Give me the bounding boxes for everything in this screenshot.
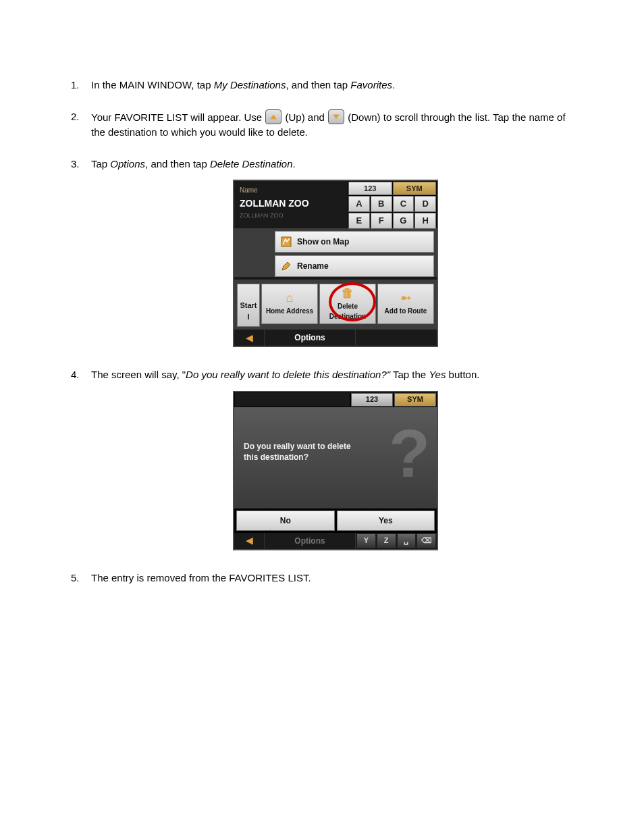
- dialog-buttons: No Yes: [234, 509, 437, 533]
- option-label: Rename: [297, 260, 329, 272]
- button-label-l1: Delete: [338, 301, 358, 311]
- step-5: 5. The entry is removed from the FAVORIT…: [71, 571, 580, 586]
- tab-spacer: [235, 393, 350, 407]
- step-number: 1.: [71, 78, 80, 93]
- button-row: Start I ⌂ Home Address 🗑 Delete Destinat…: [234, 280, 437, 330]
- key-123[interactable]: 123: [348, 182, 392, 195]
- mini-key-y[interactable]: Y: [356, 533, 376, 548]
- delete-destination-button[interactable]: 🗑 Delete Destination: [319, 284, 376, 324]
- step-text: (Up) and: [286, 111, 328, 123]
- step-number: 4.: [71, 367, 80, 383]
- device-options-menu: Name ZOLLMAN ZOO ZOLLMAN ZOO 123 SYM A B…: [233, 180, 438, 347]
- mini-keypad: Y Z ␣ ⌫: [356, 533, 437, 549]
- button-label: Home Address: [266, 306, 313, 316]
- step-text: In the MAIN WINDOW, tap: [91, 79, 214, 90]
- options-list: Show on Map Rename: [234, 228, 437, 277]
- option-label: Show on Map: [297, 236, 349, 248]
- device-tabs: 123 SYM: [234, 392, 437, 407]
- button-label: Add to Route: [385, 306, 427, 316]
- device-footer: ◀ Options: [234, 330, 437, 346]
- key-a[interactable]: A: [348, 196, 370, 212]
- step-italic: Delete Destination: [210, 158, 293, 170]
- step-2: 2. Your FAVORITE LIST will appear. Use (…: [71, 109, 580, 140]
- name-label: Name: [240, 185, 342, 195]
- arrow-down-icon: [328, 109, 344, 124]
- footer-spacer: [356, 330, 437, 346]
- step-number: 3.: [71, 157, 80, 172]
- step-text: The screen will say, ": [91, 369, 186, 380]
- step-text: , and then tap: [145, 158, 210, 170]
- step-3: 3. Tap Options, and then tap Delete Dest…: [71, 157, 580, 348]
- tab-123[interactable]: 123: [351, 393, 393, 407]
- dialog-body: ? Do you really want to delete this dest…: [234, 407, 437, 509]
- step-italic: Options: [110, 158, 145, 170]
- question-mark-icon: ?: [389, 419, 430, 487]
- name-area: Name ZOLLMAN ZOO ZOLLMAN ZOO: [234, 181, 348, 228]
- device-top-row: Name ZOLLMAN ZOO ZOLLMAN ZOO 123 SYM A B…: [234, 181, 437, 228]
- trash-icon: 🗑: [342, 287, 354, 299]
- name-ghost: ZOLLMAN ZOO: [240, 211, 342, 221]
- route-icon: ➸: [401, 292, 411, 304]
- step-text: The entry is removed from the FAVORITES …: [91, 572, 311, 583]
- step-number: 5.: [71, 571, 80, 586]
- pencil-icon: [281, 261, 292, 271]
- back-button[interactable]: ◀: [234, 330, 264, 346]
- start-label: Start I: [239, 300, 258, 322]
- no-button[interactable]: No: [236, 511, 335, 531]
- step-text: Tap: [91, 158, 110, 170]
- document-page: 1. In the MAIN WINDOW, tap My Destinatio…: [0, 0, 644, 834]
- add-to-route-button[interactable]: ➸ Add to Route: [377, 284, 434, 324]
- yes-button[interactable]: Yes: [337, 511, 435, 531]
- home-address-button[interactable]: ⌂ Home Address: [261, 284, 318, 324]
- mini-key-backspace[interactable]: ⌫: [417, 533, 436, 548]
- step-text: .: [293, 158, 296, 170]
- step-text: button.: [446, 369, 479, 380]
- key-c[interactable]: C: [393, 196, 414, 212]
- start-button[interactable]: Start I: [237, 284, 260, 327]
- step-italic: Favorites: [350, 79, 392, 90]
- step-4: 4. The screen will say, "Do you really w…: [71, 367, 580, 550]
- step-1: 1. In the MAIN WINDOW, tap My Destinatio…: [71, 78, 580, 93]
- footer-options-button[interactable]: Options: [264, 330, 356, 346]
- question-line-2: this destination?: [244, 452, 308, 462]
- option-show-on-map[interactable]: Show on Map: [275, 231, 434, 253]
- option-rename[interactable]: Rename: [275, 255, 434, 277]
- button-label-l2: Destination: [329, 311, 366, 321]
- question-line-1: Do you really want to delete: [244, 442, 351, 451]
- device-footer: ◀ Options Y Z ␣ ⌫: [234, 533, 437, 549]
- tab-sym[interactable]: SYM: [394, 393, 436, 407]
- footer-options-button[interactable]: Options: [264, 533, 356, 549]
- screenshot-wrapper: Name ZOLLMAN ZOO ZOLLMAN ZOO 123 SYM A B…: [91, 180, 580, 347]
- step-italic: Yes: [429, 369, 446, 380]
- key-g[interactable]: G: [393, 213, 414, 229]
- back-button[interactable]: ◀: [234, 533, 264, 549]
- step-italic: Do you really want to delete this destin…: [186, 369, 390, 380]
- keypad: 123 SYM A B C D E F G H: [348, 181, 437, 228]
- arrow-up-icon: [265, 109, 281, 124]
- key-e[interactable]: E: [348, 213, 370, 229]
- home-icon: ⌂: [286, 292, 294, 304]
- dialog-question: Do you really want to delete this destin…: [244, 441, 372, 464]
- mini-key-space[interactable]: ␣: [397, 533, 417, 548]
- mini-key-z[interactable]: Z: [377, 533, 396, 548]
- key-f[interactable]: F: [371, 213, 392, 229]
- key-b[interactable]: B: [371, 196, 392, 212]
- key-d[interactable]: D: [414, 196, 436, 212]
- step-text: Tap the: [390, 369, 429, 380]
- key-sym[interactable]: SYM: [393, 182, 437, 195]
- step-number: 2.: [71, 109, 80, 125]
- instruction-list: 1. In the MAIN WINDOW, tap My Destinatio…: [71, 78, 580, 585]
- name-value: ZOLLMAN ZOO: [240, 197, 342, 211]
- map-icon: [281, 236, 292, 247]
- screenshot-wrapper: 123 SYM ? Do you really want to delete t…: [91, 391, 580, 550]
- device-confirm-dialog: 123 SYM ? Do you really want to delete t…: [233, 391, 438, 550]
- key-h[interactable]: H: [414, 213, 436, 229]
- step-text: .: [392, 79, 395, 90]
- step-text: Your FAVORITE LIST will appear. Use: [91, 111, 262, 123]
- step-italic: My Destinations: [214, 79, 286, 90]
- step-text: , and then tap: [286, 79, 350, 90]
